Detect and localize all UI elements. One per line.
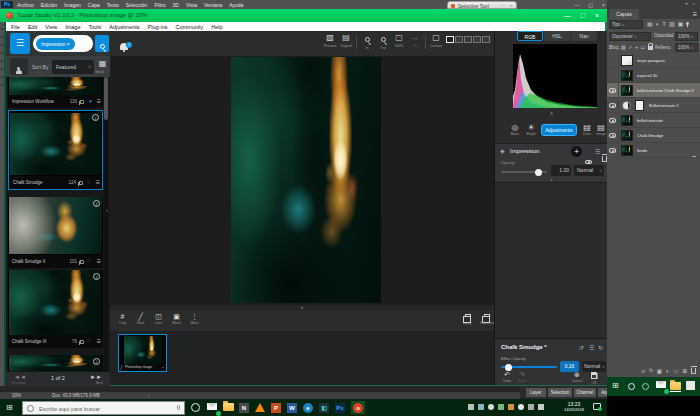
color-button[interactable]: ▤Color [580, 123, 594, 136]
eye-icon[interactable] [609, 88, 616, 93]
taskview-icon-2[interactable] [642, 381, 653, 392]
preview-button[interactable]: ▧Preview [324, 33, 336, 48]
basic-button[interactable]: ◎Basic [507, 123, 523, 136]
topaz-window-controls[interactable]: —□× [564, 9, 599, 22]
view-mode-buttons[interactable] [446, 36, 490, 43]
impression-opacity-slider[interactable] [501, 171, 547, 173]
layer-opacity-select[interactable]: 100% ∨ [675, 32, 698, 41]
heart-icon[interactable]: ♡ [88, 258, 92, 264]
impression-menu-icon[interactable]: ☰ [595, 148, 600, 155]
heal-button[interactable]: ╱Heal [134, 312, 147, 325]
layer-mask-icon[interactable]: ▣ [657, 368, 662, 374]
thumbsup-icon[interactable] [80, 100, 84, 104]
info-icon[interactable]: i [92, 114, 99, 121]
vlc-icon[interactable] [255, 401, 267, 414]
tray-icon[interactable] [508, 404, 514, 410]
canvas-image[interactable] [231, 57, 381, 303]
next-page-icon[interactable]: ►► [90, 374, 102, 380]
filmstrip-thumbnail[interactable]: Photoshop image ╱ ◔ [118, 334, 167, 372]
adjustments-button[interactable]: Adjustments [541, 124, 577, 136]
tz-menu-file[interactable]: File [11, 24, 20, 30]
filter-type-icon[interactable]: T [662, 21, 666, 27]
search-input[interactable]: Impression × [33, 35, 93, 52]
ps-menu-seleccion[interactable]: Selección [126, 2, 148, 8]
selective-tool-window[interactable]: Selective Tool − × [447, 1, 517, 9]
start-button[interactable]: ⊞ [6, 403, 15, 412]
ps-menu-texto[interactable]: Texto [107, 2, 119, 8]
ps-menu-ayuda[interactable]: Ayuda [229, 2, 243, 8]
ps-zoom-level[interactable]: 20% [12, 393, 21, 398]
thumbsup-icon[interactable] [80, 260, 84, 264]
tz-menu-tools[interactable]: Tools [88, 24, 101, 30]
notification-center-icon[interactable] [593, 403, 601, 410]
impression-collapse-chevron[interactable]: ∨ [495, 177, 608, 182]
zoom-out-button[interactable]: Out [377, 33, 389, 50]
lock-transparent-icon[interactable]: ▨ [621, 44, 626, 50]
image-button[interactable]: ▤Image [594, 123, 608, 136]
tz-menu-view[interactable]: View [45, 24, 57, 30]
layer-filter-select[interactable]: Tipo ∨ [609, 20, 643, 29]
impression-toggle-icon[interactable]: ◈ [500, 147, 505, 154]
selection-tab-button[interactable]: Selection [548, 388, 572, 397]
layer-row-brillo-chalk-2[interactable]: brillo/contraste Chalk Smudge II [607, 83, 700, 98]
layer-row-brillo-1[interactable]: Brillo/contraste 1 [607, 98, 700, 113]
active-app-icon[interactable]: o [351, 401, 365, 414]
ps-menu-3d[interactable]: 3D [173, 2, 179, 8]
tab-hsl[interactable]: HSL [544, 31, 570, 41]
mail-icon-2[interactable] [656, 381, 667, 392]
mail-icon[interactable] [207, 401, 219, 414]
impression-opacity-value[interactable]: 1.00 [551, 165, 571, 176]
heart-icon[interactable]: ♥ [89, 98, 92, 104]
lock-all-icon[interactable] [648, 44, 653, 51]
tab-rgb[interactable]: RGB [517, 31, 543, 41]
info-icon[interactable]: i [93, 358, 100, 365]
search-icon[interactable] [95, 35, 109, 52]
filter-image-icon[interactable]: ▤ [647, 20, 653, 27]
tz-menu-adjustments[interactable]: Adjustments [109, 24, 139, 30]
filter-smart-icon[interactable]: ▣ [678, 20, 684, 27]
new-group-icon[interactable]: ▭ [673, 368, 678, 374]
word-icon[interactable]: W [287, 401, 299, 414]
preset-card-chalk-smudge[interactable]: i Chalk Smudge 124 ♡ ☰ [8, 110, 103, 190]
cortana-icon-2[interactable] [628, 381, 639, 392]
effect-menu-icon[interactable]: ☰ [589, 344, 594, 351]
sidebar-collapse-arrow[interactable]: ‹ [106, 207, 108, 213]
layer-row-brillo[interactable]: brillo/contraste [607, 113, 700, 128]
eye-icon[interactable] [609, 133, 616, 138]
selective-tool-controls[interactable]: − × [502, 3, 514, 8]
delete-layer-icon[interactable] [691, 367, 696, 375]
eye-icon[interactable] [609, 103, 616, 108]
ps-menu-edicion[interactable]: Edición [41, 2, 57, 8]
bright-button[interactable]: ☀Bright [523, 123, 539, 136]
explorer-icon[interactable] [223, 401, 235, 414]
layer-tab-button[interactable]: Layer [526, 388, 546, 397]
powerpoint-icon[interactable]: P [271, 401, 283, 414]
original-button[interactable]: ▤Original [340, 33, 352, 48]
ps-menu-ventana[interactable]: Ventana [204, 2, 222, 8]
explorer-icon-2[interactable] [670, 381, 681, 392]
channel-tab-button[interactable]: Channel [574, 388, 596, 397]
tz-menu-help[interactable]: Help [211, 24, 222, 30]
impression-add-button[interactable]: + [571, 146, 582, 157]
tz-menu-plugins[interactable]: Plug-ins [148, 24, 168, 30]
taskbar-search[interactable]: Escribe aquí para buscar [22, 401, 185, 415]
tray-icon[interactable] [528, 404, 534, 410]
tray-icon[interactable] [468, 404, 474, 410]
filter-adjust-icon[interactable]: ◐ [656, 21, 660, 27]
link-layers-icon[interactable]: ∞ [641, 368, 645, 374]
heart-icon[interactable]: ♡ [87, 179, 91, 185]
cancel-button[interactable]: ⊗Cancel [569, 371, 585, 383]
photoshop-icon[interactable]: Ps [335, 401, 347, 414]
filter-pin-icon[interactable] [686, 21, 689, 27]
thumbsup-icon[interactable] [79, 181, 83, 185]
redo-button[interactable]: ↷Redo [515, 371, 529, 383]
tray-icon[interactable] [488, 404, 494, 410]
blend-mode-select[interactable]: Oscurecer ∨ [609, 32, 651, 41]
sort-select[interactable]: Featured∨ [52, 60, 94, 74]
card-menu-icon[interactable]: ☰ [97, 258, 101, 264]
effect-opacity-slider[interactable] [501, 366, 557, 368]
crop-button[interactable]: #Crop [116, 312, 129, 325]
layer-fx-icon[interactable]: fx [649, 368, 653, 373]
eye-icon[interactable] [609, 118, 616, 123]
thumbsup-icon[interactable] [80, 340, 84, 344]
